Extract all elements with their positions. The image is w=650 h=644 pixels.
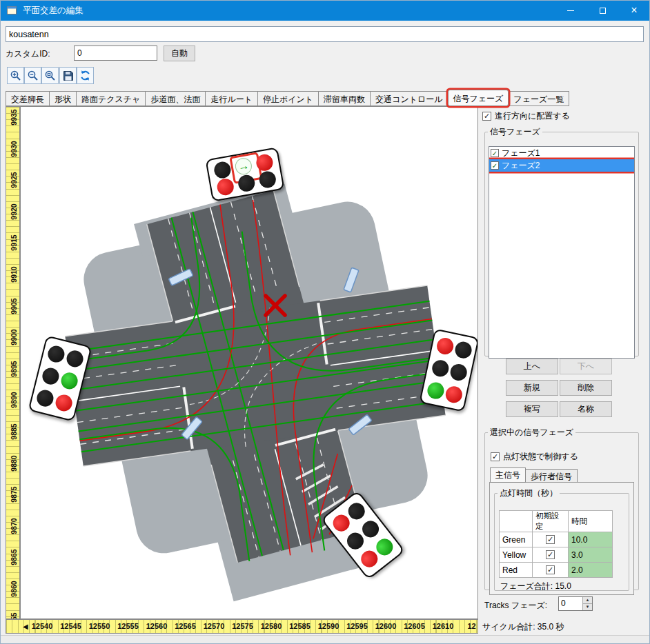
v-ruler-label: 9920 (10, 198, 18, 225)
tab-7[interactable]: 滞留車両数 (318, 91, 371, 106)
initial-setting-checkbox[interactable]: ✓ (546, 550, 555, 559)
phase-item-1[interactable]: ✓フェーズ1 (489, 147, 634, 159)
tracks-phase-spinner[interactable]: 0 ▲ ▼ (558, 596, 593, 611)
signal-tab-1[interactable]: 主信号 (490, 467, 526, 483)
app-icon (6, 5, 17, 16)
h-ruler-label: 12580 (257, 622, 285, 630)
phase-checkbox[interactable]: ✓ (491, 161, 499, 170)
h-ruler-label: 12545 (57, 622, 85, 630)
signal-panel-south[interactable] (321, 490, 406, 580)
custom-id-input[interactable] (74, 46, 157, 61)
tab-4[interactable]: 歩道面、法面 (145, 91, 206, 106)
signal-tab-bar: 主信号歩行者信号 (490, 467, 577, 483)
name-button[interactable]: 名称 (560, 401, 612, 417)
phase-item-2[interactable]: ✓フェーズ2 (489, 159, 634, 172)
v-ruler-label: 9860 (10, 575, 18, 603)
v-ruler-label: 9865 (10, 543, 18, 571)
v-ruler-label: 9895 (10, 355, 18, 383)
new-button[interactable]: 新規 (506, 380, 558, 396)
timing-value-cell[interactable]: 2.0 (569, 563, 613, 578)
scroll-left-icon[interactable]: ◀ (23, 623, 28, 630)
zoom-out-button[interactable] (24, 67, 41, 84)
tab-9[interactable]: 信号フェーズ (448, 90, 509, 106)
signal-phase-groupbox: 信号フェーズ ✓フェーズ1✓フェーズ2 (484, 126, 639, 356)
phase-label: フェーズ1 (502, 148, 540, 159)
spinner-down-icon[interactable]: ▼ (583, 604, 592, 610)
phase-checkbox[interactable]: ✓ (491, 149, 499, 157)
tab-1[interactable]: 交差脚長 (6, 91, 50, 106)
maximize-icon (600, 8, 606, 14)
tab-8[interactable]: 交通コントロール (370, 91, 448, 106)
tab-3[interactable]: 路面テクスチャ (76, 91, 146, 106)
h-ruler-label: 12570 (200, 622, 228, 630)
window-title: 平面交差の編集 (23, 5, 83, 17)
close-icon: × (631, 5, 637, 16)
signal-tab-page: 点灯時間（秒） 初期設定時間Green✓10.0Yellow✓3.0Red✓2.… (489, 482, 634, 595)
tab-10[interactable]: フェーズ一覧 (508, 91, 569, 106)
intersection-name-input[interactable] (6, 26, 644, 42)
selected-phase-groupbox: 選択中の信号フェーズ ✓ 点灯状態で制御する 主信号歩行者信号 点灯時間（秒） … (484, 427, 639, 590)
tab-6[interactable]: 停止ポイント (257, 91, 319, 106)
tab-2[interactable]: 形状 (49, 91, 77, 106)
save-icon (63, 70, 74, 81)
intersection-canvas[interactable]: → (20, 106, 478, 619)
h-ruler-label: 12 (458, 622, 479, 630)
red-light-icon (215, 177, 235, 197)
place-in-direction-checkbox-row[interactable]: ✓ 進行方向に配置する (482, 110, 570, 122)
move-up-button[interactable]: 上へ (506, 359, 558, 374)
tab-5[interactable]: 走行ルート (205, 91, 258, 106)
horizontal-ruler[interactable]: ◀ 12540125451255012555125601256512570125… (6, 619, 478, 634)
v-ruler-label: 9915 (10, 229, 18, 256)
zoom-in-button[interactable] (7, 67, 24, 84)
tracks-phase-label: Tracks フェーズ: (484, 600, 547, 612)
save-button[interactable] (59, 67, 77, 84)
dark-light-icon (453, 341, 473, 360)
timing-row-name: Red (500, 563, 533, 578)
minimize-button[interactable] (555, 0, 587, 21)
place-in-direction-checkbox[interactable]: ✓ (482, 112, 491, 121)
lit-state-checkbox-row[interactable]: ✓ 点灯状態で制御する (491, 451, 578, 463)
delete-button[interactable]: 削除 (560, 380, 612, 396)
v-ruler-label: 9900 (10, 323, 18, 351)
zoom-out-icon (27, 70, 39, 81)
signal-panel-west[interactable] (28, 335, 92, 421)
signal-panel-north[interactable]: → (205, 147, 284, 201)
copy-button[interactable]: 複写 (506, 401, 558, 417)
minimize-icon (567, 10, 574, 11)
v-ruler-label: 9935 (10, 106, 18, 131)
dark-light-icon (431, 359, 450, 378)
close-button[interactable]: × (618, 0, 650, 21)
zoom-fit-button[interactable] (41, 67, 59, 84)
green-arrow-light-icon: → (234, 157, 253, 176)
h-ruler-label: 12560 (143, 622, 170, 630)
spinner-up-icon[interactable]: ▲ (583, 597, 592, 604)
maximize-button[interactable] (587, 0, 618, 21)
timing-row: Green✓10.0 (500, 532, 613, 547)
initial-setting-checkbox[interactable]: ✓ (546, 535, 555, 544)
initial-setting-checkbox[interactable]: ✓ (546, 565, 555, 574)
move-down-button[interactable]: 下へ (560, 359, 612, 374)
timing-value-cell[interactable]: 10.0 (569, 532, 613, 547)
timing-row-name: Yellow (500, 547, 533, 563)
zoom-fit-icon (44, 70, 56, 81)
v-ruler-label: 9905 (10, 292, 18, 320)
auto-button[interactable]: 自動 (164, 46, 195, 61)
signal-overlay: → (21, 107, 477, 618)
lit-state-checkbox[interactable]: ✓ (491, 452, 500, 461)
dark-light-icon (449, 363, 468, 382)
phase-label: フェーズ2 (502, 160, 540, 172)
v-ruler-label: 9875 (10, 481, 18, 508)
signal-panel-east[interactable] (419, 328, 478, 412)
refresh-icon (79, 70, 91, 81)
vertical-ruler[interactable]: 9935993099259920991599109905990098959890… (6, 106, 20, 619)
timing-value-cell[interactable]: 3.0 (569, 547, 613, 563)
custom-id-label: カスタムID: (6, 48, 50, 60)
timing-row: Yellow✓3.0 (500, 547, 613, 563)
timing-col-header: 初期設定 (533, 511, 569, 532)
tab-bar: 交差脚長形状路面テクスチャ歩道面、法面走行ルート停止ポイント滞留車両数交通コント… (6, 89, 569, 106)
phase-listbox[interactable]: ✓フェーズ1✓フェーズ2 (489, 146, 635, 359)
green-light-icon (426, 381, 445, 400)
signal-tab-2[interactable]: 歩行者信号 (525, 469, 578, 483)
dark-light-icon (213, 160, 232, 179)
refresh-button[interactable] (77, 67, 94, 84)
